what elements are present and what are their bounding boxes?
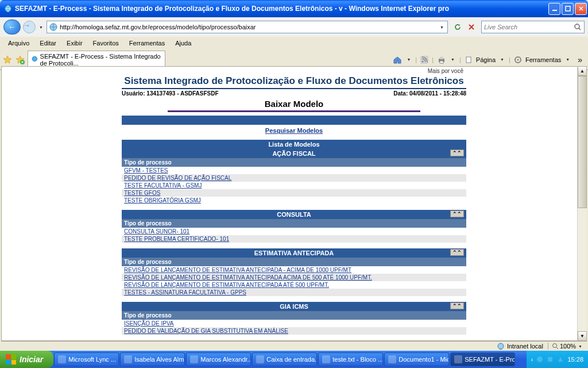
menu-ferramentas[interactable]: Ferramentas xyxy=(125,38,169,48)
tray-icon[interactable] xyxy=(557,356,564,363)
menu-ajuda[interactable]: Ajuda xyxy=(171,38,196,48)
menu-bar: Arquivo Editar Exibir Favoritos Ferramen… xyxy=(0,37,588,49)
taskbar-item[interactable]: SEFAZMT - E-Proc... xyxy=(450,352,515,366)
taskbar-item[interactable]: Microsoft Lync ... xyxy=(54,352,119,366)
section-header[interactable]: CONSULTA⌃⌃ xyxy=(122,210,466,219)
zoom-dropdown[interactable]: ▼ xyxy=(577,344,583,348)
app-icon xyxy=(58,355,66,363)
address-dropdown[interactable]: ▼ xyxy=(439,25,445,29)
home-icon[interactable] xyxy=(393,55,402,64)
zoom-icon[interactable] xyxy=(552,343,559,350)
scroll-thumb[interactable] xyxy=(578,76,587,208)
stop-button[interactable] xyxy=(465,21,478,33)
start-button[interactable]: Iniciar xyxy=(0,351,53,368)
status-zone: Intranet local xyxy=(507,343,543,350)
scroll-up-button[interactable]: ▲ xyxy=(578,66,587,76)
process-link[interactable]: TESTE GFOS xyxy=(124,190,160,196)
collapse-icon[interactable]: ⌃⌃ xyxy=(450,150,464,156)
search-models-link[interactable]: Pesquisar Modelos xyxy=(265,127,323,134)
taskbar: Iniciar Microsoft Lync ...Isabela Alves … xyxy=(0,351,588,368)
search-icon[interactable] xyxy=(574,23,582,31)
svg-point-4 xyxy=(575,24,579,29)
page-dropdown[interactable]: ▼ xyxy=(499,57,505,62)
tools-dropdown[interactable]: ▼ xyxy=(564,57,571,62)
page-subtitle: Baixar Modelo xyxy=(168,99,420,112)
svg-rect-22 xyxy=(322,355,330,363)
process-link[interactable]: REVISÃO DE LANÇAMENTO DE ESTIMATIVA ANTE… xyxy=(124,267,351,273)
search-input[interactable] xyxy=(484,24,571,30)
favorites-star-icon[interactable] xyxy=(2,55,13,65)
page-viewport[interactable]: Mais por você Sistema Integrado de Proto… xyxy=(1,66,587,341)
close-button[interactable] xyxy=(575,3,587,15)
print-icon[interactable] xyxy=(437,55,446,64)
process-link[interactable]: GFVM - TESTES xyxy=(124,167,168,174)
list-item: REVISÃO DE LANÇAMENTO DE ESTIMATIVA ANTE… xyxy=(122,266,466,274)
minimize-button[interactable] xyxy=(548,3,560,15)
collapse-icon[interactable]: ⌃⌃ xyxy=(450,249,464,256)
forward-button[interactable]: → xyxy=(23,21,36,33)
menu-favoritos[interactable]: Favoritos xyxy=(88,38,123,48)
app-icon xyxy=(190,355,198,363)
collapse-icon[interactable]: ⌃⌃ xyxy=(450,302,464,309)
process-link[interactable]: TESTE OBRIGATÓRIA GSMJ xyxy=(124,197,201,204)
process-link[interactable]: ISENÇÃO DE IPVA xyxy=(124,320,174,327)
taskbar-item[interactable]: Caixa de entrada... xyxy=(252,352,317,366)
add-favorite-icon[interactable] xyxy=(15,55,25,65)
menu-arquivo[interactable]: Arquivo xyxy=(3,38,34,48)
svg-point-8 xyxy=(422,60,424,62)
url-input[interactable] xyxy=(60,24,436,30)
column-header: Tipo de processo xyxy=(122,258,466,266)
maximize-button[interactable] xyxy=(562,3,574,15)
svg-rect-1 xyxy=(552,10,557,11)
back-button[interactable]: ← xyxy=(3,20,21,34)
print-dropdown[interactable]: ▼ xyxy=(450,57,456,62)
scroll-down-button[interactable]: ▼ xyxy=(578,331,587,341)
process-link[interactable]: CONSULTA SUNOR- 101 xyxy=(124,228,189,235)
section-header[interactable]: AÇÃO FISCAL⌃⌃ xyxy=(122,149,466,158)
svg-point-17 xyxy=(552,344,556,348)
process-link[interactable]: PEDIDO DE REVISÃO DE AÇÃO FISCAL xyxy=(124,175,231,181)
page-icon xyxy=(465,56,473,64)
address-bar[interactable]: ▼ xyxy=(47,21,448,33)
vertical-scrollbar[interactable]: ▲ ▼ xyxy=(577,66,587,341)
process-link[interactable]: REVISÃO DE LANÇAMENTO DE ESTIMATIVA ANTE… xyxy=(124,282,329,288)
process-link[interactable]: TESTES - ASSINATURA FACULTATIVA - GPPS xyxy=(124,289,246,296)
history-dropdown[interactable]: ▼ xyxy=(38,25,44,29)
tray-icon[interactable] xyxy=(547,356,554,363)
taskbar-item[interactable]: Marcos Alexandr... xyxy=(186,352,251,366)
svg-rect-11 xyxy=(440,61,443,63)
menu-exibir[interactable]: Exibir xyxy=(62,38,87,48)
window-titlebar: SEFAZMT - E-Process - Sistema Integrado … xyxy=(0,0,588,17)
tray-icon[interactable] xyxy=(536,356,543,363)
tab-title: SEFAZMT - E-Process - Sistema Integrado … xyxy=(40,53,161,67)
taskbar-item[interactable]: Documento1 - Mic... xyxy=(384,352,449,366)
tools-menu-label[interactable]: Ferramentas xyxy=(525,56,561,63)
feeds-icon[interactable] xyxy=(420,56,428,64)
home-dropdown[interactable]: ▼ xyxy=(405,57,412,62)
collapse-icon[interactable]: ⌃⌃ xyxy=(450,210,464,217)
app-icon xyxy=(256,355,264,363)
svg-rect-12 xyxy=(466,57,471,63)
refresh-button[interactable] xyxy=(451,21,464,33)
svg-rect-26 xyxy=(548,357,552,362)
section-header[interactable]: ESTIMATIVA ANTECIPADA⌃⌃ xyxy=(122,248,466,258)
system-tray[interactable]: ‹ 15:28 xyxy=(527,351,588,368)
tagline: Mais por você xyxy=(10,68,578,74)
process-link[interactable]: REVISÃO DE LANÇAMENTO DE ESTIMATIVA ANTE… xyxy=(124,274,372,281)
chevrons-icon[interactable]: » xyxy=(574,55,582,64)
tray-expand-icon[interactable]: ‹ xyxy=(531,356,533,363)
taskbar-item[interactable]: teste.txt - Bloco ... xyxy=(318,352,383,366)
process-link[interactable]: PEDIDO DE VALIDAÇÃO DE GIA SUBSTITUTIVA … xyxy=(124,328,288,334)
process-link[interactable]: TESTE PROBLEMA CERTIFICADO- 101 xyxy=(124,236,229,242)
column-header: Tipo de processo xyxy=(122,158,466,167)
svg-rect-24 xyxy=(454,355,462,363)
page-menu-label[interactable]: Página xyxy=(476,56,496,63)
taskbar-item[interactable]: Isabela Alves Alm... xyxy=(120,352,185,366)
browser-chrome: ← → ▼ ▼ Arquivo Editar Exibir Favoritos … xyxy=(0,17,588,70)
taskbar-item-label: Documento1 - Mic... xyxy=(399,356,449,363)
section-header[interactable]: GIA ICMS⌃⌃ xyxy=(122,302,466,311)
search-box[interactable] xyxy=(481,21,585,33)
ie-icon xyxy=(32,56,38,64)
process-link[interactable]: TESTE FACULTATIVA - GSMJ xyxy=(124,182,202,189)
menu-editar[interactable]: Editar xyxy=(35,38,61,48)
